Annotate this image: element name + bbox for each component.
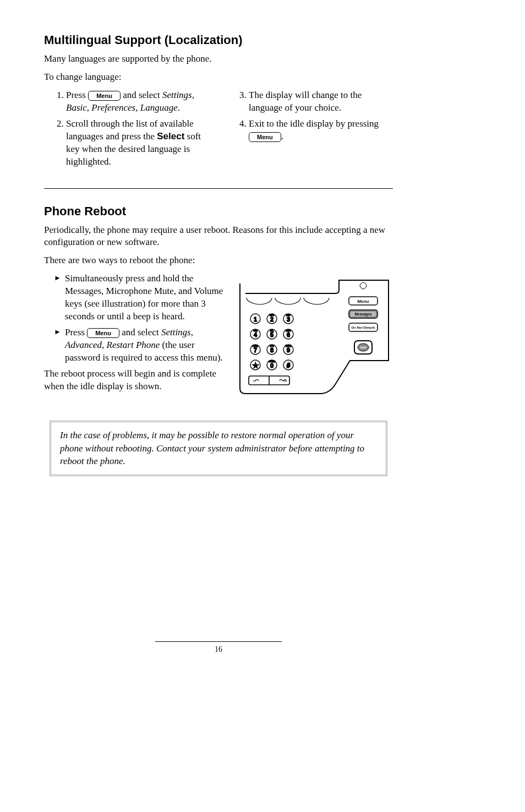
localization-intro: Many languages are supported by the phon… bbox=[44, 53, 393, 66]
change-language-lead: To change language: bbox=[44, 71, 393, 84]
reboot-method-2: Press Menu and select Settings, Advanced… bbox=[57, 326, 226, 364]
menu-key: Menu bbox=[88, 91, 121, 101]
reboot-outro: The reboot process will begin and is com… bbox=[44, 368, 226, 393]
step-1-pre: Press bbox=[66, 90, 88, 100]
phone-key-messages: Messages bbox=[354, 312, 371, 317]
page-number: 16 bbox=[215, 645, 222, 653]
phone-key-menu: Menu bbox=[358, 299, 369, 304]
svg-text:8: 8 bbox=[270, 347, 274, 353]
svg-text:9: 9 bbox=[287, 347, 290, 353]
select-softkey: Select bbox=[157, 131, 184, 141]
svg-text:4: 4 bbox=[254, 331, 258, 338]
step-4: Exit to the idle display by pressing Men… bbox=[249, 118, 393, 143]
menu-key: Menu bbox=[249, 132, 281, 142]
step-1: Press Menu and select Settings, Basic, P… bbox=[66, 89, 210, 115]
phone-illustration: 1 2ABC 3DEF 4GHI 5JKL 6MNO 7PQRS 8TUV 9W… bbox=[239, 279, 393, 397]
svg-text:GHI: GHI bbox=[253, 329, 257, 332]
svg-text:0: 0 bbox=[270, 362, 274, 369]
section-divider bbox=[44, 188, 393, 189]
svg-text:JKL: JKL bbox=[270, 329, 275, 332]
localization-right-col: The display will change to the language … bbox=[227, 89, 393, 172]
svg-text:OPER: OPER bbox=[269, 360, 275, 363]
step-4-tail: . bbox=[281, 131, 283, 141]
reboot-text-col: Simultaneously press and hold the Messag… bbox=[44, 273, 226, 398]
localization-left-col: Press Menu and select Settings, Basic, P… bbox=[44, 89, 210, 172]
phone-key-dnd: Do Not Disturb bbox=[352, 326, 375, 329]
step-1-tail: . bbox=[178, 102, 180, 113]
reboot-method-1: Simultaneously press and hold the Messag… bbox=[57, 273, 226, 323]
svg-text:3: 3 bbox=[287, 316, 290, 323]
svg-text:ABC: ABC bbox=[270, 314, 274, 317]
rm2-post: and select bbox=[119, 327, 161, 337]
section-title-localization: Multilingual Support (Localization) bbox=[44, 33, 393, 47]
reboot-intro: Periodically, the phone may require a us… bbox=[44, 224, 393, 249]
svg-text:TUV: TUV bbox=[270, 345, 274, 347]
svg-text:#: # bbox=[287, 362, 291, 369]
rm2-pre: Press bbox=[65, 327, 87, 337]
svg-text:6: 6 bbox=[287, 331, 290, 338]
reboot-lead: There are two ways to reboot the phone: bbox=[44, 254, 393, 267]
step-2: Scroll through the list of available lan… bbox=[66, 118, 210, 168]
svg-text:PQRS: PQRS bbox=[253, 345, 259, 347]
menu-key: Menu bbox=[87, 328, 119, 338]
section-title-reboot: Phone Reboot bbox=[44, 204, 393, 219]
svg-text:1: 1 bbox=[254, 316, 257, 323]
step-4-pre: Exit to the idle display by pressing bbox=[249, 118, 379, 129]
svg-text:7: 7 bbox=[254, 347, 257, 353]
svg-text:MNO: MNO bbox=[286, 329, 291, 332]
step-1-post: and select bbox=[121, 90, 162, 100]
step-3: The display will change to the language … bbox=[249, 89, 393, 115]
svg-text:2: 2 bbox=[270, 316, 274, 323]
phone-key-hold: Hold bbox=[360, 346, 366, 349]
svg-text:DEF: DEF bbox=[286, 314, 291, 317]
page-footer: 16 bbox=[44, 641, 393, 654]
localization-columns: Press Menu and select Settings, Basic, P… bbox=[44, 89, 393, 172]
svg-text:★: ★ bbox=[253, 362, 259, 369]
note-box: In the case of problems, it may be possi… bbox=[50, 421, 387, 476]
svg-text:5: 5 bbox=[270, 331, 274, 338]
svg-text:WXYZ: WXYZ bbox=[286, 345, 292, 347]
